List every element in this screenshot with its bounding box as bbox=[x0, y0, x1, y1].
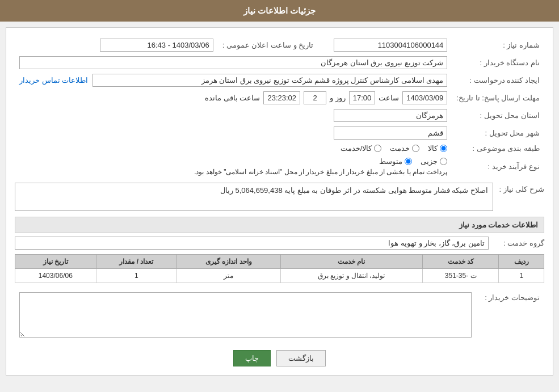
purchase-motavset-radio[interactable] bbox=[405, 158, 412, 165]
table-row: 1 ت -35-351 تولید، انتقال و توزیع برق مت… bbox=[15, 269, 544, 283]
city-value: قشم bbox=[334, 127, 447, 140]
services-section-header: اطلاعات خدمات مورد نیاز bbox=[15, 217, 544, 233]
creator-label: ایجاد کننده درخواست : bbox=[452, 71, 544, 89]
buyer-org-label: نام دستگاه خریدار : bbox=[452, 54, 544, 71]
category-kala-khedmat-radio[interactable] bbox=[374, 145, 381, 152]
back-button[interactable]: بازگشت bbox=[276, 350, 326, 366]
print-button[interactable]: چاپ bbox=[233, 350, 271, 366]
col-date: تاریخ نیاز bbox=[15, 255, 96, 269]
province-value: هرمزگان bbox=[334, 109, 447, 122]
cell-row-num: 1 bbox=[499, 269, 544, 283]
buyer-org-value: شرکت توزیع نیروی برق استان هرمزگان bbox=[19, 56, 447, 69]
category-khedmat-radio[interactable] bbox=[412, 145, 419, 152]
category-kala-khedmat-label: کالا/خدمت bbox=[341, 144, 372, 153]
purchase-type-label: نوع فرآیند خرید : bbox=[452, 155, 544, 178]
description-label: شرح کلی نیاز : bbox=[493, 183, 544, 193]
deadline-remaining: 23:23:02 bbox=[263, 91, 300, 104]
page-title: جزئیات اطلاعات نیاز bbox=[0, 0, 559, 22]
buyer-notes-textarea[interactable] bbox=[19, 292, 472, 338]
deadline-time: 17:00 bbox=[349, 91, 376, 104]
buyer-notes-label: توضیحات خریدار : bbox=[476, 290, 544, 342]
province-label: استان محل تحویل : bbox=[452, 107, 544, 124]
action-buttons: بازگشت چاپ bbox=[15, 350, 544, 366]
category-label: طبقه بندی موضوعی : bbox=[452, 142, 544, 155]
purchase-jozi-item: جزیی bbox=[421, 157, 447, 166]
category-khedmat-label: خدمت bbox=[390, 144, 410, 153]
cell-date: 1403/06/06 bbox=[15, 269, 96, 283]
deadline-days-label: روز و bbox=[330, 94, 346, 102]
purchase-note: پرداخت تمام یا بخشی از مبلغ خریدار از مب… bbox=[19, 168, 447, 176]
deadline-date: 1403/03/09 bbox=[402, 91, 447, 104]
col-service-code: کد خدمت bbox=[422, 255, 499, 269]
deadline-days: 2 bbox=[304, 91, 326, 104]
description-value: اصلاح شبکه فشار متوسط هوایی شکسته در اثر… bbox=[15, 183, 493, 211]
category-kala-item: کالا bbox=[428, 144, 447, 153]
cell-service-code: ت -35-351 bbox=[422, 269, 499, 283]
cell-unit: متر bbox=[177, 269, 281, 283]
deadline-time-label: ساعت bbox=[379, 94, 399, 102]
creator-contact-link[interactable]: اطلاعات تماس خریدار bbox=[19, 76, 88, 85]
category-kala-label: کالا bbox=[428, 144, 438, 153]
col-unit: واحد اندازه گیری bbox=[177, 255, 281, 269]
category-kala-radio[interactable] bbox=[440, 145, 447, 152]
category-kala-khedmat-item: کالا/خدمت bbox=[341, 144, 382, 153]
category-khedmat-item: خدمت bbox=[390, 144, 419, 153]
creator-value: مهدی اسلامی کارشناس کنترل پروژه قشم شرکت… bbox=[93, 74, 447, 87]
services-table: ردیف کد خدمت نام خدمت واحد اندازه گیری ت… bbox=[15, 254, 544, 283]
service-group-label: گروه خدمت : bbox=[493, 239, 544, 247]
cell-service-name: تولید، انتقال و توزیع برق bbox=[280, 269, 422, 283]
purchase-jozi-radio[interactable] bbox=[440, 158, 447, 165]
purchase-motavset-label: متوسط bbox=[379, 157, 402, 166]
purchase-jozi-label: جزیی bbox=[421, 157, 438, 166]
col-row-num: ردیف bbox=[499, 255, 544, 269]
announce-value: 1403/03/06 - 16:43 bbox=[100, 39, 213, 52]
need-number-value: 1103004106000144 bbox=[334, 39, 447, 52]
announce-label: تاریخ و ساعت اعلان عمومی : bbox=[218, 36, 318, 54]
cell-quantity: 1 bbox=[96, 269, 176, 283]
service-group-value: تامین برق، گاز، بخار و تهویه هوا bbox=[15, 237, 489, 250]
deadline-label: مهلت ارسال پاسخ: تا تاریخ: bbox=[452, 89, 544, 107]
col-quantity: تعداد / مقدار bbox=[96, 255, 176, 269]
deadline-remaining-label: ساعت باقی مانده bbox=[205, 94, 260, 102]
need-number-label: شماره نیاز : bbox=[452, 36, 544, 54]
city-label: شهر محل تحویل : bbox=[452, 124, 544, 142]
col-service-name: نام خدمت bbox=[280, 255, 422, 269]
purchase-motavset-item: متوسط bbox=[379, 157, 412, 166]
